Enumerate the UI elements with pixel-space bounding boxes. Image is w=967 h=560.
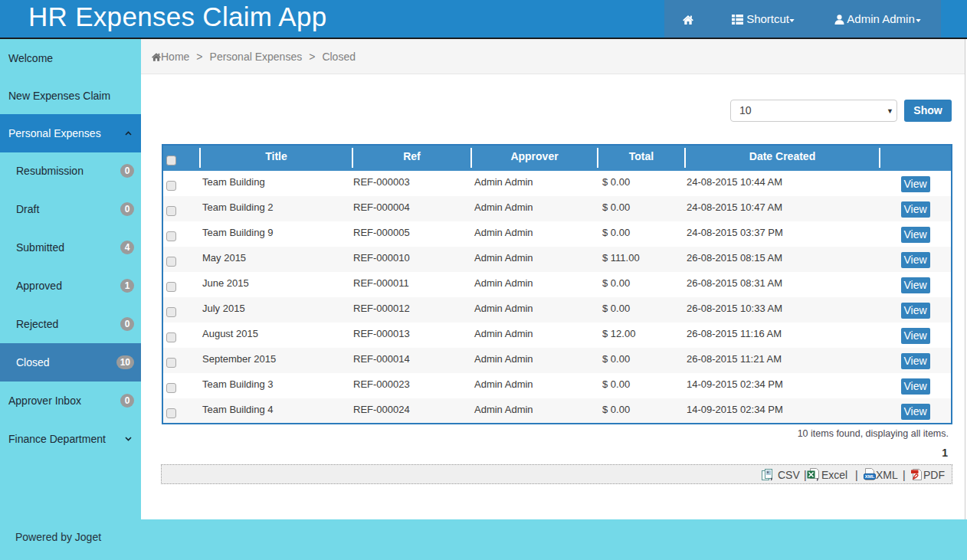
svg-text:XML: XML (865, 474, 875, 479)
